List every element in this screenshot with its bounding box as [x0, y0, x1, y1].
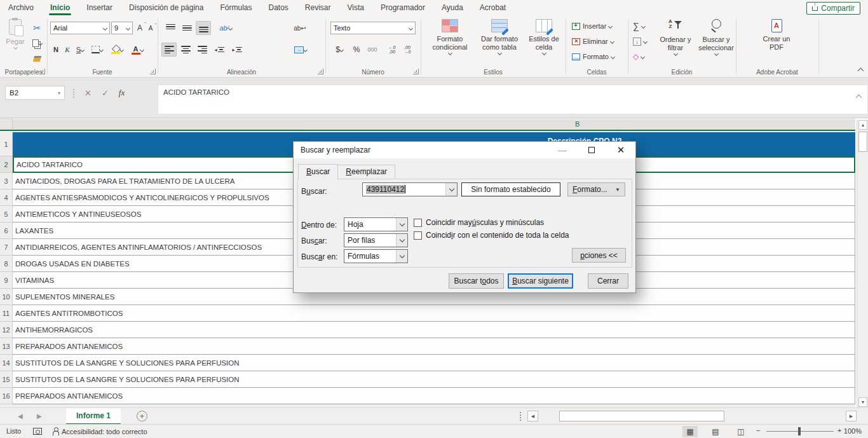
formula-bar-collapse-icon[interactable] [856, 95, 862, 101]
table-row[interactable]: 11AGENTES ANTITROMBOTICOS [0, 305, 855, 322]
column-header-b[interactable]: B [575, 120, 580, 128]
scroll-down-icon[interactable]: ▼ [858, 397, 867, 407]
align-right-button[interactable] [194, 43, 210, 57]
close-button[interactable]: Cerrar [588, 273, 628, 289]
grow-font-button[interactable]: Aˆ [135, 21, 145, 35]
sheet-next-icon[interactable]: ▶ [37, 413, 42, 420]
tab-revisar[interactable]: Revisar [297, 0, 339, 16]
copy-button[interactable] [29, 36, 44, 50]
tab-archivo[interactable]: Archivo [0, 0, 42, 16]
combo-arrow-icon[interactable] [445, 183, 457, 196]
cell[interactable]: PREPARADOS ANTIANEMICOS [13, 338, 855, 355]
row-header[interactable]: 5 [0, 206, 13, 222]
scroll-right-icon[interactable]: ▶ [846, 411, 857, 421]
decrease-indent-button[interactable]: ◂ [211, 43, 227, 57]
tab-disposicion[interactable]: Disposición de página [121, 0, 212, 16]
row-header[interactable]: 6 [0, 222, 13, 239]
cell-styles-button[interactable]: Estilos de celda [525, 19, 563, 55]
cell[interactable]: ANTIHEMORRAGICOS [13, 322, 855, 338]
align-middle-button[interactable] [179, 21, 194, 35]
close-icon[interactable]: ✕ [611, 142, 630, 158]
cell[interactable]: SUSTITUTOS DE LA SANGRE Y SOLUCIONES PAR… [13, 371, 855, 388]
within-select[interactable]: Hoja [344, 217, 408, 231]
scroll-left-icon[interactable]: ◀ [527, 411, 538, 421]
number-dialog-launcher-icon[interactable] [413, 69, 419, 74]
row-header[interactable]: 12 [0, 322, 13, 338]
row-header[interactable]: 10 [0, 289, 13, 305]
format-painter-button[interactable] [29, 51, 44, 65]
table-row[interactable]: 13PREPARADOS ANTIANEMICOS [0, 338, 855, 355]
horizontal-scrollbar[interactable] [541, 411, 844, 421]
cell[interactable]: PREPARADOS ANTIANEMICOS [13, 388, 855, 404]
view-layout-icon[interactable]: ▤ [708, 426, 723, 437]
share-button[interactable]: Compartir [806, 2, 860, 15]
table-row[interactable]: 14SUSTITUTOS DE LA SANGRE Y SOLUCIONES P… [0, 355, 855, 371]
vertical-scrollbar[interactable]: ▲ ▼ [857, 120, 868, 407]
decrease-decimal-button[interactable]: ,00→0 [400, 43, 414, 57]
sort-filter-button[interactable]: AZ Ordenar y filtrar [656, 19, 695, 55]
row-header[interactable]: 1 [0, 132, 13, 156]
tab-ayuda[interactable]: Ayuda [433, 0, 471, 16]
create-pdf-button[interactable]: A Crear un PDF [757, 19, 796, 51]
zoom-in-icon[interactable]: + [837, 427, 841, 434]
zoom-percentage[interactable]: 100% [844, 427, 862, 435]
delete-cells-button[interactable]: Eliminar [572, 35, 614, 48]
fx-icon[interactable]: fx [119, 88, 125, 98]
cut-button[interactable]: ✂ [29, 21, 44, 35]
row-header[interactable]: 9 [0, 272, 13, 289]
zoom-slider-thumb[interactable] [798, 427, 801, 435]
currency-button[interactable]: $ [332, 43, 347, 57]
match-entire-cell-checkbox[interactable]: Coincidir con el contenido de toda la ce… [414, 231, 569, 240]
fill-color-button[interactable] [108, 43, 126, 57]
row-header[interactable]: 11 [0, 305, 13, 322]
align-left-button[interactable] [161, 43, 177, 57]
row-header[interactable]: 16 [0, 388, 13, 404]
merge-center-button[interactable]: ↔ [290, 43, 311, 57]
tab-datos[interactable]: Datos [260, 0, 296, 16]
column-header-strip[interactable]: B [0, 120, 855, 131]
font-color-button[interactable]: A [128, 43, 146, 57]
select-all-corner[interactable] [0, 118, 13, 128]
sheet-tab-informe-1[interactable]: Informe 1 [66, 408, 121, 425]
align-top-button[interactable] [163, 21, 178, 35]
tab-formulas[interactable]: Fórmulas [212, 0, 260, 16]
maximize-icon[interactable] [582, 142, 601, 158]
horizontal-scroll-thumb[interactable] [559, 411, 724, 421]
add-sheet-icon[interactable]: + [137, 411, 147, 421]
zoom-out-icon[interactable]: − [756, 427, 760, 434]
combo-arrow-icon[interactable] [396, 218, 407, 231]
alignment-dialog-launcher-icon[interactable] [318, 69, 323, 74]
shrink-font-button[interactable]: Aˇ [146, 21, 156, 35]
ribbon-collapse-icon[interactable] [858, 68, 864, 74]
accessibility-status[interactable]: Accesibilidad: todo correcto [52, 427, 147, 435]
tab-buscar[interactable]: Buscar [298, 164, 338, 180]
tab-programador[interactable]: Programador [372, 0, 433, 16]
cell[interactable]: AGENTES ANTITROMBOTICOS [13, 305, 855, 322]
underline-button[interactable]: S [73, 43, 87, 57]
align-bottom-button[interactable] [196, 21, 211, 35]
borders-button[interactable] [89, 43, 105, 57]
row-header[interactable]: 15 [0, 371, 13, 388]
table-row[interactable]: 12ANTIHEMORRAGICOS [0, 322, 855, 338]
row-header[interactable]: 8 [0, 256, 13, 272]
tab-acrobat[interactable]: Acrobat [471, 0, 514, 16]
insert-cells-button[interactable]: Insertar [572, 20, 612, 32]
increase-decimal-button[interactable]: ←0,00 [385, 43, 399, 57]
view-normal-icon[interactable]: ▦ [682, 426, 698, 437]
autosum-button[interactable]: ∑ [633, 20, 645, 32]
name-box[interactable]: B2 ▾ [5, 86, 65, 100]
sheet-prev-icon[interactable]: ◀ [18, 413, 23, 420]
row-header[interactable]: 3 [0, 173, 13, 189]
options-button[interactable]: pciones << [572, 248, 626, 263]
look-in-select[interactable]: Fórmulas [344, 249, 408, 263]
find-next-button[interactable]: Buscar siguiente [508, 273, 573, 289]
increase-indent-button[interactable]: ▸ [229, 43, 245, 57]
vertical-scroll-thumb[interactable] [858, 132, 867, 152]
formula-input[interactable]: ACIDO TARTARICO [158, 85, 868, 114]
tab-insertar[interactable]: Insertar [78, 0, 121, 16]
paste-button[interactable]: Pegar [3, 19, 28, 49]
row-header[interactable]: 7 [0, 239, 13, 256]
clear-button[interactable]: ◇ [633, 50, 644, 63]
table-row[interactable]: 15SUSTITUTOS DE LA SANGRE Y SOLUCIONES P… [0, 371, 855, 388]
find-select-button[interactable]: Buscar y seleccionar [696, 19, 736, 55]
